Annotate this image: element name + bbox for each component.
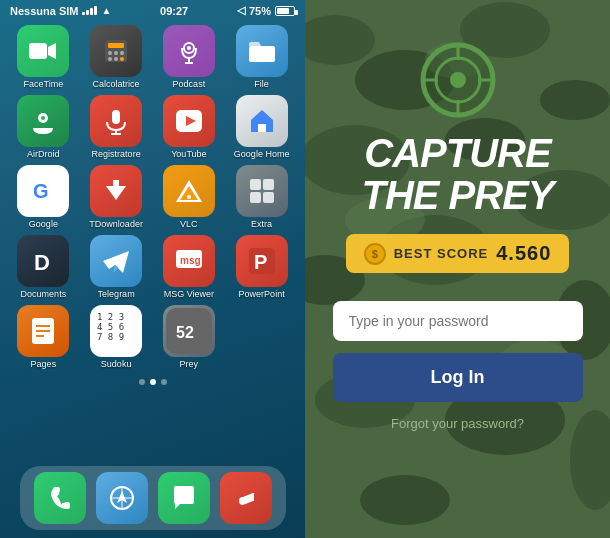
svg-point-11 — [187, 46, 191, 50]
status-left: Nessuna SIM ▲ — [10, 5, 111, 17]
powerpoint-icon: P — [236, 235, 288, 287]
dock — [20, 466, 286, 530]
tdownloader-icon — [90, 165, 142, 217]
svg-text:P: P — [254, 251, 267, 273]
dock-safari[interactable] — [96, 472, 148, 524]
iphone-panel: Nessuna SIM ▲ 09:27 ◁ 75% — [0, 0, 305, 538]
coin-icon: $ — [364, 243, 386, 265]
signal-bar-2 — [86, 10, 89, 15]
app-youtube[interactable]: YouTube — [156, 95, 223, 159]
login-button[interactable]: Log In — [333, 353, 583, 402]
app-googlehome[interactable]: Google Home — [228, 95, 295, 159]
vlc-label: VLC — [180, 219, 198, 229]
svg-point-9 — [120, 57, 124, 61]
pages-icon — [17, 305, 69, 357]
telegram-icon — [90, 235, 142, 287]
app-extra[interactable]: Extra — [228, 165, 295, 229]
game-panel: CAPTURE THE PREY $ BEST SCORE 4.560 Log … — [305, 0, 610, 538]
calculator-icon — [90, 25, 142, 77]
svg-text:7 8 9: 7 8 9 — [97, 332, 124, 342]
svg-rect-14 — [249, 46, 275, 62]
svg-point-4 — [108, 51, 112, 55]
app-airdroid[interactable]: AirDroid — [10, 95, 77, 159]
svg-point-28 — [187, 195, 191, 199]
svg-marker-1 — [48, 43, 56, 59]
wifi-icon: ▲ — [101, 5, 111, 16]
svg-marker-24 — [106, 186, 126, 200]
page-dot-1 — [139, 379, 145, 385]
carrier-label: Nessuna SIM — [10, 5, 78, 17]
calculator-label: Calcolatrice — [93, 79, 140, 89]
page-dots — [0, 379, 305, 385]
registratore-icon — [90, 95, 142, 147]
app-prey[interactable]: 52 Prey — [156, 305, 223, 369]
tdownloader-label: TDownloader — [89, 219, 143, 229]
msg-icon: msg — [163, 235, 215, 287]
best-score-badge: $ BEST SCORE 4.560 — [346, 234, 570, 273]
facetime-icon — [17, 25, 69, 77]
google-label: Google — [29, 219, 58, 229]
app-tdownloader[interactable]: TDownloader — [83, 165, 150, 229]
page-dot-2 — [150, 379, 156, 385]
files-icon — [236, 25, 288, 77]
app-facetime[interactable]: FaceTime — [10, 25, 77, 89]
dock-music[interactable] — [220, 472, 272, 524]
sudoku-icon: 1 2 3 4 5 6 7 8 9 — [90, 305, 142, 357]
clock: 09:27 — [160, 5, 188, 17]
vlc-icon — [163, 165, 215, 217]
status-right: ◁ 75% — [237, 4, 295, 17]
prey-icon: 52 — [163, 305, 215, 357]
app-telegram[interactable]: Telegram — [83, 235, 150, 299]
signal-bar-4 — [94, 6, 97, 15]
app-files[interactable]: File — [228, 25, 295, 89]
game-title: CAPTURE THE PREY — [361, 132, 553, 216]
googlehome-label: Google Home — [234, 149, 290, 159]
svg-rect-31 — [250, 192, 261, 203]
sudoku-label: Sudoku — [101, 359, 132, 369]
status-bar: Nessuna SIM ▲ 09:27 ◁ 75% — [0, 0, 305, 19]
youtube-icon — [163, 95, 215, 147]
svg-text:52: 52 — [176, 324, 194, 341]
svg-text:D: D — [34, 250, 50, 275]
airdroid-label: AirDroid — [27, 149, 60, 159]
powerpoint-label: PowerPoint — [239, 289, 285, 299]
svg-rect-17 — [112, 110, 120, 124]
app-calculator[interactable]: Calcolatrice — [83, 25, 150, 89]
best-score-label: BEST SCORE — [394, 246, 489, 261]
documents-label: Documents — [21, 289, 67, 299]
svg-point-74 — [450, 72, 466, 88]
battery-container — [275, 6, 295, 16]
battery-icon — [275, 6, 295, 16]
dock-messages[interactable] — [158, 472, 210, 524]
svg-point-68 — [360, 475, 450, 525]
app-powerpoint[interactable]: P PowerPoint — [228, 235, 295, 299]
app-msg[interactable]: msg MSG Viewer — [156, 235, 223, 299]
svg-rect-0 — [29, 43, 47, 59]
svg-rect-22 — [258, 124, 266, 132]
app-podcast[interactable]: Podcast — [156, 25, 223, 89]
app-grid: FaceTime Calcolatrice — [0, 19, 305, 375]
page-dot-3 — [161, 379, 167, 385]
svg-rect-25 — [113, 180, 119, 188]
app-documents[interactable]: D Documents — [10, 235, 77, 299]
app-google[interactable]: G Google — [10, 165, 77, 229]
podcast-icon — [163, 25, 215, 77]
svg-text:G: G — [33, 180, 49, 202]
forgot-password-link[interactable]: Forgot your password? — [391, 416, 524, 431]
extra-label: Extra — [251, 219, 272, 229]
svg-text:1 2 3: 1 2 3 — [97, 312, 124, 322]
password-input[interactable] — [333, 301, 583, 341]
dock-phone[interactable] — [34, 472, 86, 524]
youtube-label: YouTube — [171, 149, 206, 159]
svg-point-6 — [120, 51, 124, 55]
battery-percent: 75% — [249, 5, 271, 17]
app-pages[interactable]: Pages — [10, 305, 77, 369]
app-sudoku[interactable]: 1 2 3 4 5 6 7 8 9 Sudoku — [83, 305, 150, 369]
signal-bar-3 — [90, 8, 93, 15]
prey-label: Prey — [180, 359, 199, 369]
target-icon — [418, 40, 498, 120]
app-registratore[interactable]: Registratore — [83, 95, 150, 159]
svg-point-16 — [41, 116, 45, 120]
app-vlc[interactable]: VLC — [156, 165, 223, 229]
extra-icon — [236, 165, 288, 217]
